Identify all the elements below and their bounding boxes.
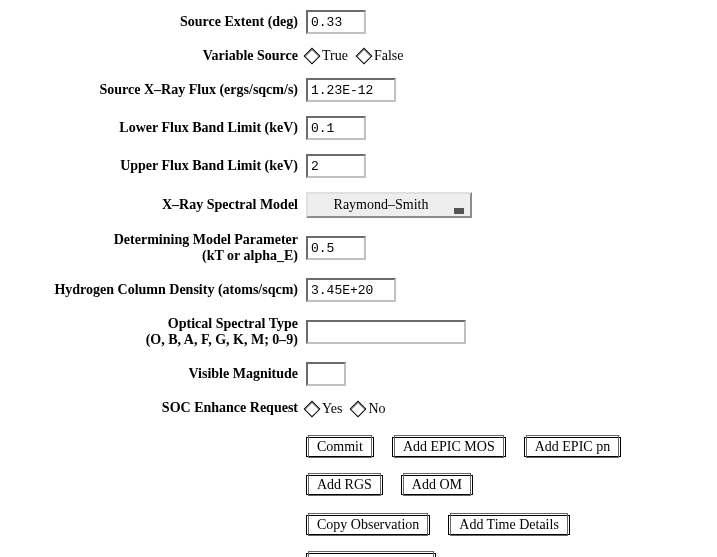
label-soc-enhance: SOC Enhance Request (0, 400, 306, 416)
add-rgs-button[interactable]: Add RGS (306, 475, 383, 495)
button-row-2: Copy Observation Add Time Details Delete… (306, 515, 707, 557)
copy-observation-button[interactable]: Copy Observation (306, 515, 430, 535)
row-xray-flux: Source X–Ray Flux (ergs/sqcm/s) (0, 78, 707, 102)
variable-source-false-radio[interactable]: False (358, 48, 404, 64)
label-visible-magnitude: Visible Magnitude (0, 366, 306, 382)
spectral-model-dropdown[interactable]: Raymond–Smith (306, 192, 472, 218)
dropdown-arrow-icon (454, 202, 464, 208)
label-hydrogen-density: Hydrogen Column Density (atoms/sqcm) (0, 282, 306, 298)
xray-flux-input[interactable] (306, 78, 396, 102)
svg-rect-0 (454, 208, 464, 214)
radio-label-true: True (322, 48, 348, 64)
row-optical-type: Optical Spectral Type (O, B, A, F, G, K,… (0, 316, 707, 348)
delete-observation-button[interactable]: Delete Observation (306, 553, 436, 557)
model-param-input[interactable] (306, 236, 366, 260)
hydrogen-density-input[interactable] (306, 278, 396, 302)
row-hydrogen-density: Hydrogen Column Density (atoms/sqcm) (0, 278, 707, 302)
diamond-icon (350, 400, 367, 417)
diamond-icon (304, 400, 321, 417)
source-extent-input[interactable] (306, 10, 366, 34)
label-spectral-model: X–Ray Spectral Model (0, 197, 306, 213)
soc-enhance-no-radio[interactable]: No (352, 401, 385, 417)
commit-button[interactable]: Commit (306, 437, 374, 457)
optical-type-input[interactable] (306, 320, 466, 344)
label-upper-flux: Upper Flux Band Limit (keV) (0, 158, 306, 174)
visible-magnitude-input[interactable] (306, 362, 346, 386)
radio-label-false: False (374, 48, 404, 64)
row-lower-flux: Lower Flux Band Limit (keV) (0, 116, 707, 140)
row-source-extent: Source Extent (deg) (0, 10, 707, 34)
row-upper-flux: Upper Flux Band Limit (keV) (0, 154, 707, 178)
row-variable-source: Variable Source True False (0, 48, 707, 64)
variable-source-true-radio[interactable]: True (306, 48, 348, 64)
lower-flux-input[interactable] (306, 116, 366, 140)
radio-label-no: No (368, 401, 385, 417)
diamond-icon (304, 48, 321, 65)
label-lower-flux: Lower Flux Band Limit (keV) (0, 120, 306, 136)
radio-label-yes: Yes (322, 401, 342, 417)
row-spectral-model: X–Ray Spectral Model Raymond–Smith (0, 192, 707, 218)
label-optical-type: Optical Spectral Type (O, B, A, F, G, K,… (0, 316, 306, 348)
add-epic-pn-button[interactable]: Add EPIC pn (524, 437, 621, 457)
diamond-icon (355, 48, 372, 65)
label-model-param: Determining Model Parameter (kT or alpha… (0, 232, 306, 264)
label-variable-source: Variable Source (0, 48, 306, 64)
label-source-extent: Source Extent (deg) (0, 14, 306, 30)
add-time-details-button[interactable]: Add Time Details (448, 515, 570, 535)
row-model-param: Determining Model Parameter (kT or alpha… (0, 232, 707, 264)
label-xray-flux: Source X–Ray Flux (ergs/sqcm/s) (0, 82, 306, 98)
add-epic-mos-button[interactable]: Add EPIC MOS (392, 437, 506, 457)
row-visible-magnitude: Visible Magnitude (0, 362, 707, 386)
upper-flux-input[interactable] (306, 154, 366, 178)
row-soc-enhance: SOC Enhance Request Yes No (0, 400, 707, 416)
dropdown-selected: Raymond–Smith (314, 197, 448, 213)
add-om-button[interactable]: Add OM (401, 475, 473, 495)
soc-enhance-yes-radio[interactable]: Yes (306, 401, 342, 417)
button-row-1: Commit Add EPIC MOS Add EPIC pn Add RGS … (306, 437, 707, 495)
